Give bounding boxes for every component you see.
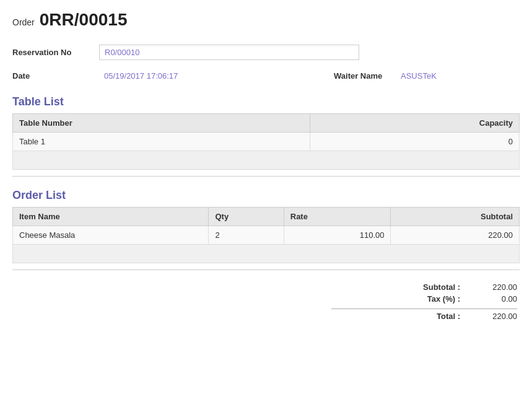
waiter-value: ASUSTeK <box>396 69 520 83</box>
qty-cell: 2 <box>209 226 284 245</box>
col-rate: Rate <box>284 208 391 226</box>
total-value: 220.00 <box>468 312 517 321</box>
order-section: Order List Item Name Qty Rate Subtotal C… <box>12 189 520 270</box>
subtotal-label: Subtotal : <box>406 282 468 292</box>
total-divider <box>331 308 517 309</box>
waiter-group: Waiter Name ASUSTeK <box>297 69 520 83</box>
table-list-table: Table Number Capacity Table 1 0 <box>12 113 520 170</box>
tax-row: Tax (%) : 0.00 <box>331 294 517 304</box>
table-section-divider <box>12 176 520 177</box>
order-number: 0RR/00015 <box>40 10 128 30</box>
table-empty-row <box>13 151 520 170</box>
col-item-name: Item Name <box>13 208 209 226</box>
reservation-value: R0/00010 <box>99 45 359 60</box>
waiter-label: Waiter Name <box>334 71 396 81</box>
date-value: 05/19/2017 17:06:17 <box>99 69 223 83</box>
subtotal-row: Subtotal : 220.00 <box>331 282 517 292</box>
date-label: Date <box>12 71 99 81</box>
tax-value: 0.00 <box>468 294 517 304</box>
col-capacity: Capacity <box>310 114 519 133</box>
date-group: Date 05/19/2017 17:06:17 <box>12 69 297 83</box>
order-empty-row <box>13 245 520 263</box>
item-name-cell: Cheese Masala <box>13 226 209 245</box>
table-section-title: Table List <box>12 95 520 108</box>
order-header-row: Item Name Qty Rate Subtotal <box>13 208 520 226</box>
reservation-row: Reservation No R0/00010 <box>12 45 520 60</box>
table-row: Table 1 0 <box>13 133 520 151</box>
order-section-divider <box>12 269 520 270</box>
fields-section: Reservation No R0/00010 Date 05/19/2017 … <box>12 45 520 83</box>
col-table-number: Table Number <box>13 114 310 133</box>
capacity-cell: 0 <box>310 133 519 151</box>
order-list-table: Item Name Qty Rate Subtotal Cheese Masal… <box>12 207 520 263</box>
table-header-row: Table Number Capacity <box>13 114 520 133</box>
date-waiter-row: Date 05/19/2017 17:06:17 Waiter Name ASU… <box>12 69 520 83</box>
order-header: Order 0RR/00015 <box>12 10 520 30</box>
total-row: Total : 220.00 <box>331 312 517 321</box>
order-row: Cheese Masala 2 110.00 220.00 <box>13 226 520 245</box>
order-label: Order <box>12 17 35 27</box>
subtotal-value: 220.00 <box>468 282 517 292</box>
table-section: Table List Table Number Capacity Table 1… <box>12 95 520 177</box>
col-qty: Qty <box>209 208 284 226</box>
totals-section: Subtotal : 220.00 Tax (%) : 0.00 Total :… <box>12 282 520 323</box>
rate-cell: 110.00 <box>284 226 391 245</box>
order-section-title: Order List <box>12 189 520 202</box>
table-number-cell: Table 1 <box>13 133 310 151</box>
tax-label: Tax (%) : <box>406 294 468 304</box>
subtotal-cell: 220.00 <box>391 226 520 245</box>
col-subtotal: Subtotal <box>391 208 520 226</box>
total-label: Total : <box>406 312 468 321</box>
reservation-label: Reservation No <box>12 48 99 57</box>
